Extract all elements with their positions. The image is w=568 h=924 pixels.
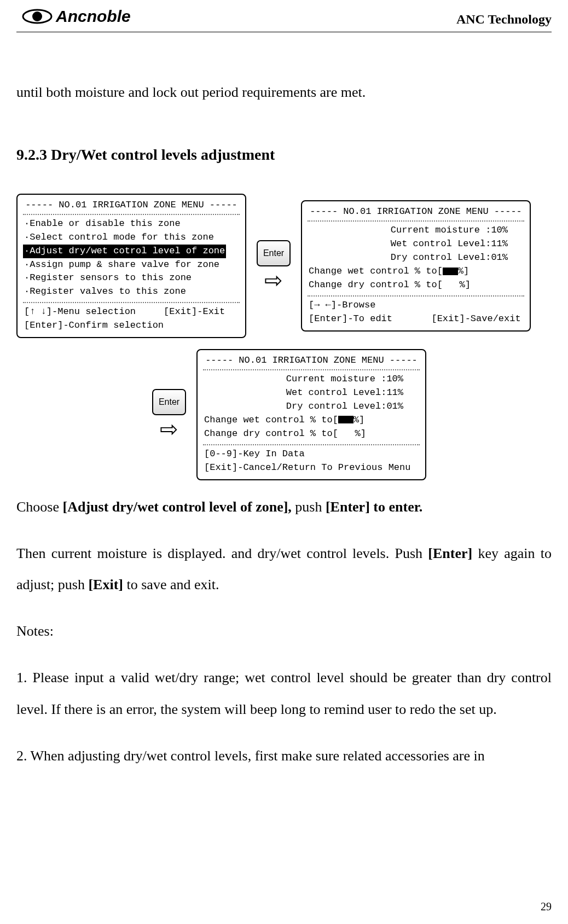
note-item: 2. When adjusting dry/wet control levels…: [16, 740, 552, 771]
section-heading: 9.2.3 Dry/Wet control levels adjustment: [16, 138, 552, 172]
page-number: 29: [541, 900, 552, 913]
note-item: 1. Please input a valid wet/dry range; w…: [16, 662, 552, 724]
screens-row-1: ----- NO.01 IRRIGATION ZONE MENU ----- ·…: [16, 194, 552, 338]
moisture-line: Current moisture :10%: [203, 373, 420, 386]
menu-item: ·Enable or disable this zone: [23, 217, 240, 231]
arrow-right-icon: ⇨: [246, 270, 301, 292]
svg-point-1: [32, 11, 42, 21]
screen-levels-edit: ----- NO.01 IRRIGATION ZONE MENU ----- C…: [196, 349, 426, 480]
screen-footer: [Enter]-Confirm selection: [23, 319, 240, 333]
arrow-right-icon: ⇨: [142, 419, 196, 440]
instruction-paragraph: Then current moisture is displayed. and …: [16, 538, 552, 600]
screen-menu: ----- NO.01 IRRIGATION ZONE MENU ----- ·…: [16, 194, 246, 338]
screen-levels-view: ----- NO.01 IRRIGATION ZONE MENU ----- C…: [301, 200, 531, 332]
screen-title: ----- NO.01 IRRIGATION ZONE MENU -----: [23, 198, 240, 215]
screen-footer: [0--9]-Key In Data: [203, 448, 420, 461]
bold-text: [Exit]: [88, 577, 123, 592]
screen-title: ----- NO.01 IRRIGATION ZONE MENU -----: [308, 205, 524, 222]
wet-level-line: Wet control Level:11%: [203, 386, 420, 400]
screen-title: ----- NO.01 IRRIGATION ZONE MENU -----: [203, 353, 420, 370]
screen-footer: [Enter]-To edit [Exit]-Save/exit: [308, 312, 524, 326]
enter-indicator: Enter ⇨: [142, 389, 196, 440]
input-cursor-icon: [443, 268, 458, 275]
brand-text: Ancnoble: [55, 7, 131, 25]
notes-label: Notes:: [16, 615, 552, 647]
input-cursor-icon: [338, 416, 353, 423]
change-dry-line: Change dry control % to[ %]: [203, 427, 420, 441]
bold-text: [Enter]: [428, 545, 472, 561]
screen-footer: [↑ ↓]-Menu selection [Exit]-Exit: [23, 305, 240, 319]
menu-item: ·Register valves to this zone: [23, 285, 240, 299]
enter-key-icon: Enter: [152, 389, 186, 415]
screens-row-2: Enter ⇨ ----- NO.01 IRRIGATION ZONE MENU…: [16, 349, 552, 480]
instruction-paragraph: Choose [Adjust dry/wet control level of …: [16, 491, 552, 522]
change-wet-line: Change wet control % to[%]: [308, 265, 524, 278]
change-dry-line: Change dry control % to[ %]: [308, 278, 524, 292]
dry-level-line: Dry control Level:01%: [203, 400, 420, 414]
bold-text: [Enter] to enter.: [326, 499, 422, 515]
brand-logo: Ancnoble: [22, 3, 148, 30]
screen-footer: [Exit]-Cancel/Return To Previous Menu: [203, 461, 420, 475]
enter-key-icon: Enter: [257, 240, 291, 266]
bold-text: [Adjust dry/wet control level of zone],: [63, 499, 292, 515]
menu-item: ·Select control mode for this zone: [23, 231, 240, 245]
wet-level-line: Wet control Level:11%: [308, 237, 524, 251]
change-wet-line: Change wet control % to[%]: [203, 414, 420, 427]
header-rule: [16, 32, 552, 32]
menu-item-selected: ·Adjust dry/wet cotrol level of zone: [23, 245, 226, 258]
screen-footer: [→ ←]-Browse: [308, 299, 524, 312]
dry-level-line: Dry control Level:01%: [308, 251, 524, 265]
page-header: Ancnoble ANC Technology: [16, 0, 552, 38]
header-company: ANC Technology: [456, 12, 552, 27]
enter-indicator: Enter ⇨: [246, 240, 301, 291]
intro-paragraph: until both moisture and lock out period …: [16, 77, 552, 108]
menu-item: ·Register sensors to this zone: [23, 271, 240, 285]
menu-item: ·Assign pump & share valve for zone: [23, 258, 240, 272]
moisture-line: Current moisture :10%: [308, 224, 524, 237]
